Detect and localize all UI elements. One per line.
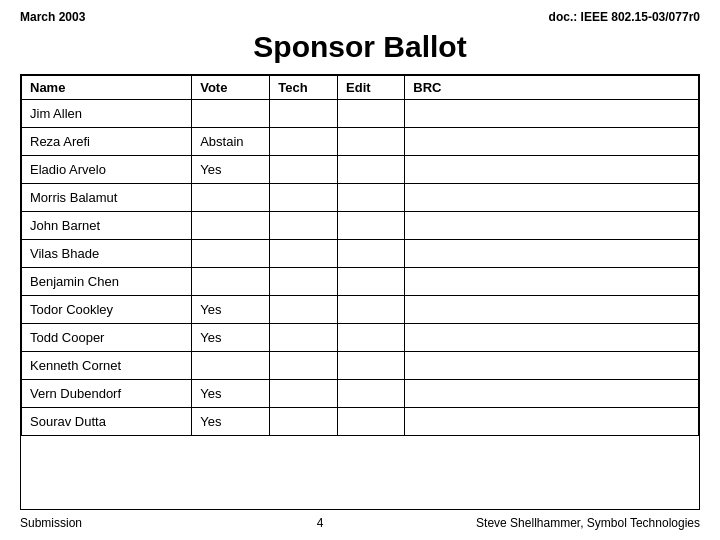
footer-author: Steve Shellhammer, Symbol Technologies — [460, 516, 700, 530]
header-doc: doc.: IEEE 802.15-03/077r0 — [549, 10, 700, 24]
cell-brc — [405, 240, 699, 268]
cell-name: Vilas Bhade — [22, 240, 192, 268]
cell-vote — [192, 352, 270, 380]
cell-tech — [270, 324, 338, 352]
col-header-name: Name — [22, 76, 192, 100]
cell-vote — [192, 100, 270, 128]
table-row: Vilas Bhade — [22, 240, 699, 268]
cell-name: Sourav Dutta — [22, 408, 192, 436]
col-header-vote: Vote — [192, 76, 270, 100]
cell-edit — [338, 408, 405, 436]
cell-vote — [192, 240, 270, 268]
table-row: Jim Allen — [22, 100, 699, 128]
cell-tech — [270, 408, 338, 436]
table-row: Eladio ArveloYes — [22, 156, 699, 184]
cell-edit — [338, 296, 405, 324]
cell-name: Kenneth Cornet — [22, 352, 192, 380]
footer-page-number: 4 — [180, 516, 460, 530]
cell-tech — [270, 184, 338, 212]
cell-vote — [192, 184, 270, 212]
cell-edit — [338, 100, 405, 128]
cell-tech — [270, 240, 338, 268]
cell-brc — [405, 212, 699, 240]
table-row: Vern DubendorfYes — [22, 380, 699, 408]
ballot-table-container: Name Vote Tech Edit BRC Jim AllenReza Ar… — [20, 74, 700, 510]
cell-brc — [405, 296, 699, 324]
cell-tech — [270, 100, 338, 128]
table-header-row: Name Vote Tech Edit BRC — [22, 76, 699, 100]
cell-brc — [405, 380, 699, 408]
cell-vote: Yes — [192, 408, 270, 436]
cell-brc — [405, 352, 699, 380]
header-bar: March 2003 doc.: IEEE 802.15-03/077r0 — [20, 10, 700, 24]
cell-name: Todd Cooper — [22, 324, 192, 352]
cell-name: Jim Allen — [22, 100, 192, 128]
cell-name: Eladio Arvelo — [22, 156, 192, 184]
cell-tech — [270, 352, 338, 380]
cell-vote: Yes — [192, 156, 270, 184]
cell-edit — [338, 156, 405, 184]
table-row: Kenneth Cornet — [22, 352, 699, 380]
cell-name: Benjamin Chen — [22, 268, 192, 296]
cell-brc — [405, 268, 699, 296]
cell-edit — [338, 184, 405, 212]
cell-brc — [405, 324, 699, 352]
table-row: Reza ArefiAbstain — [22, 128, 699, 156]
cell-vote: Yes — [192, 324, 270, 352]
cell-tech — [270, 156, 338, 184]
cell-edit — [338, 240, 405, 268]
page-title: Sponsor Ballot — [20, 30, 700, 64]
cell-edit — [338, 380, 405, 408]
cell-edit — [338, 268, 405, 296]
cell-edit — [338, 352, 405, 380]
cell-brc — [405, 184, 699, 212]
cell-tech — [270, 212, 338, 240]
table-row: Benjamin Chen — [22, 268, 699, 296]
cell-edit — [338, 128, 405, 156]
table-row: John Barnet — [22, 212, 699, 240]
cell-brc — [405, 128, 699, 156]
cell-name: Reza Arefi — [22, 128, 192, 156]
table-row: Sourav DuttaYes — [22, 408, 699, 436]
cell-edit — [338, 212, 405, 240]
ballot-table: Name Vote Tech Edit BRC Jim AllenReza Ar… — [21, 75, 699, 436]
cell-tech — [270, 380, 338, 408]
cell-vote: Abstain — [192, 128, 270, 156]
col-header-edit: Edit — [338, 76, 405, 100]
cell-brc — [405, 100, 699, 128]
cell-name: Vern Dubendorf — [22, 380, 192, 408]
col-header-brc: BRC — [405, 76, 699, 100]
page: March 2003 doc.: IEEE 802.15-03/077r0 Sp… — [0, 0, 720, 540]
cell-vote: Yes — [192, 380, 270, 408]
cell-name: Todor Cookley — [22, 296, 192, 324]
cell-edit — [338, 324, 405, 352]
footer-bar: Submission 4 Steve Shellhammer, Symbol T… — [20, 516, 700, 530]
footer-submission: Submission — [20, 516, 180, 530]
cell-name: Morris Balamut — [22, 184, 192, 212]
cell-brc — [405, 156, 699, 184]
cell-brc — [405, 408, 699, 436]
cell-vote: Yes — [192, 296, 270, 324]
header-date: March 2003 — [20, 10, 85, 24]
cell-tech — [270, 268, 338, 296]
cell-name: John Barnet — [22, 212, 192, 240]
cell-vote — [192, 212, 270, 240]
cell-vote — [192, 268, 270, 296]
table-row: Todd CooperYes — [22, 324, 699, 352]
cell-tech — [270, 296, 338, 324]
table-body: Jim AllenReza ArefiAbstainEladio ArveloY… — [22, 100, 699, 436]
table-row: Todor CookleyYes — [22, 296, 699, 324]
table-row: Morris Balamut — [22, 184, 699, 212]
cell-tech — [270, 128, 338, 156]
col-header-tech: Tech — [270, 76, 338, 100]
